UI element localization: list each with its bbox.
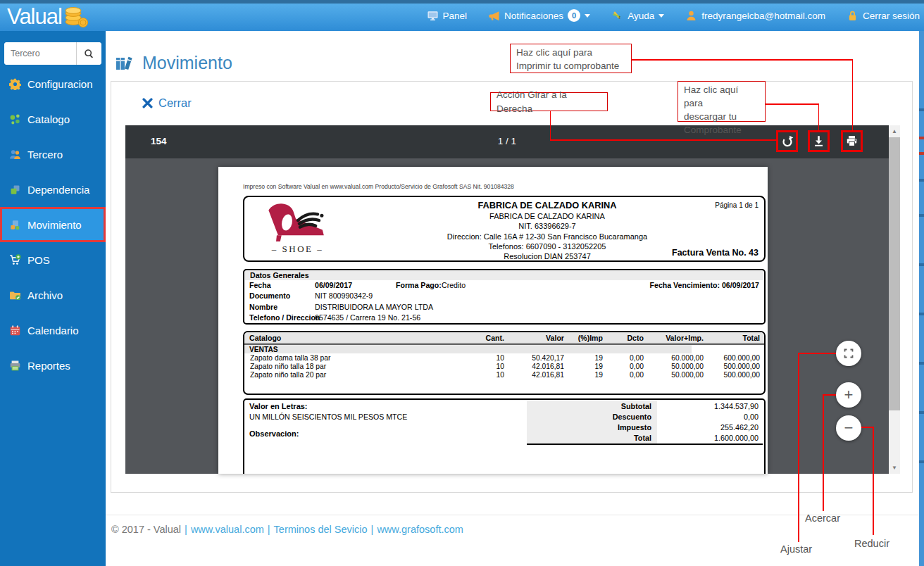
- table-row: Subtotal 1.344.537,90: [527, 401, 763, 411]
- connector-line: [818, 103, 820, 131]
- megaphone-icon: [488, 10, 500, 22]
- sidebar-item-label: Calendario: [27, 325, 79, 337]
- nav-panel[interactable]: Panel: [427, 10, 468, 22]
- print-tooltip-line: Imprimir tu comprobante: [516, 59, 625, 73]
- table-row: Zapato niño talla 20 par 10 42.016,81 19…: [244, 370, 764, 379]
- zoom-in-button[interactable]: +: [836, 382, 861, 408]
- general-row-documento: Documento NIT 800990342-9: [244, 291, 764, 301]
- close-link-label: Cerrar: [158, 96, 192, 110]
- items-header-row: Catalogo Cant. Valor (%)Imp Dcto Valor+I…: [244, 332, 764, 344]
- totals-table: Subtotal 1.344.537,90 Descuento 0,00 Imp…: [527, 401, 763, 445]
- rotate-tooltip: Acción Girar a la Derecha: [490, 92, 608, 111]
- separator: |: [268, 524, 270, 535]
- page-indicator: 1 / 1: [498, 136, 516, 146]
- nombre-value: DISTRIBUIDORA LA MAYOR LTDA: [315, 302, 433, 313]
- general-row-telefono: Telefono / Direccion 6574635 / Carrera 1…: [244, 313, 764, 323]
- search-icon: [84, 49, 94, 59]
- download-icon: [813, 135, 825, 147]
- table-row: Zapato dama talla 38 par 10 50.420,17 19…: [244, 353, 764, 362]
- items-table: Catalogo Cant. Valor (%)Imp Dcto Valor+I…: [244, 332, 764, 379]
- page-scrollbar-strip[interactable]: [919, 31, 924, 566]
- close-link[interactable]: Cerrar: [142, 96, 192, 110]
- zoom-fit-button[interactable]: [836, 341, 861, 366]
- col-valor: Valor: [508, 332, 568, 344]
- cell: 600.000,00: [708, 353, 764, 362]
- connector-line: [798, 353, 836, 354]
- nav-ayuda[interactable]: Ayuda: [611, 10, 664, 22]
- sidebar-item-configuracion[interactable]: Configuracion: [0, 66, 106, 101]
- scroll-mark: [919, 362, 924, 365]
- scroll-mark: [919, 263, 924, 266]
- nav-user-email[interactable]: fredyrangelcba@hotmail.com: [685, 10, 825, 22]
- zoom-out-button[interactable]: −: [836, 415, 861, 441]
- download-button[interactable]: [808, 130, 830, 152]
- cell: 42.016,81: [508, 362, 568, 370]
- minus-icon: −: [844, 420, 854, 436]
- nav-notificaciones-label: Notificaciones: [504, 11, 563, 21]
- total-label: Subtotal: [527, 401, 657, 411]
- documento-value: NIT 800990342-9: [315, 291, 373, 301]
- cell: 0,00: [607, 362, 648, 370]
- nav-logout-label: Cerrar sesión: [863, 11, 920, 21]
- scroll-mark: [919, 179, 924, 182]
- scroll-up-arrow[interactable]: ▲: [889, 126, 900, 137]
- footer-link-valual[interactable]: www.valual.com: [191, 524, 264, 535]
- scrollbar-thumb[interactable]: [889, 137, 900, 410]
- footer-link-grafosoft[interactable]: www.grafosoft.com: [377, 524, 463, 535]
- search-button[interactable]: [76, 42, 101, 65]
- rotate-right-button[interactable]: [776, 130, 798, 152]
- total-value: 0,00: [657, 411, 763, 422]
- pdf-scrollbar: ▲ ▼: [889, 125, 900, 474]
- brand-logo[interactable]: Valual: [7, 4, 89, 30]
- connector-line: [823, 394, 836, 396]
- col-total: Total: [708, 332, 764, 344]
- company-logo: – SHOE –: [249, 199, 346, 260]
- tercero-search: [4, 42, 101, 65]
- cell: 42.016,81: [508, 370, 568, 379]
- invoice-page: Impreso con Software Valual en www.valua…: [218, 167, 768, 474]
- connector-line: [798, 353, 799, 542]
- cell: Zapato niño talla 20 par: [244, 370, 470, 379]
- nav-notificaciones[interactable]: Notificaciones 0: [488, 9, 590, 22]
- sidebar-item-dependencia[interactable]: Dependencia: [0, 172, 106, 207]
- rotate-tooltip-line: Acción Girar a la Derecha: [497, 88, 601, 115]
- fecha-value: 06/09/2017: [315, 280, 352, 291]
- items-group-label: VENTAS: [244, 344, 764, 354]
- zoom-fit-label: Ajustar: [780, 543, 812, 555]
- sidebar-item-catalogo[interactable]: Catalogo: [0, 101, 106, 137]
- fit-page-icon: [843, 348, 854, 359]
- separator: |: [371, 524, 374, 535]
- sidebar-item-tercero[interactable]: Tercero: [0, 137, 106, 172]
- footer-link-terminos[interactable]: Terminos del Sevicio: [274, 524, 368, 535]
- printer-icon: [9, 360, 21, 372]
- sidebar-item-movimiento[interactable]: Movimiento: [0, 207, 106, 242]
- sidebar-item-label: POS: [27, 254, 50, 266]
- connector-line: [550, 139, 777, 141]
- printed-note: Impreso con Software Valual en www.valua…: [243, 183, 514, 190]
- nav-logout[interactable]: Cerrar sesión: [847, 10, 920, 22]
- separator: |: [185, 524, 187, 535]
- chevron-down-icon: [585, 14, 590, 18]
- search-input[interactable]: [4, 42, 76, 65]
- total-label: Impuesto: [527, 422, 657, 432]
- chevron-down-icon: [658, 14, 664, 18]
- print-button[interactable]: [841, 130, 863, 152]
- sidebar-item-archivo[interactable]: Archivo: [0, 277, 106, 313]
- zoom-out-label: Reducir: [854, 538, 889, 549]
- zoom-in-label: Acercar: [805, 512, 840, 524]
- scroll-down-arrow[interactable]: ▼: [889, 463, 900, 473]
- col-catalogo: Catalogo: [244, 332, 470, 344]
- connector-line: [852, 59, 854, 131]
- cell: 19: [568, 362, 607, 370]
- rotate-icon: [781, 135, 794, 148]
- connector-line: [766, 103, 819, 105]
- download-tooltip-line: descargar tu: [684, 110, 759, 123]
- cell: Zapato dama talla 38 par: [244, 353, 470, 362]
- invoice-header-box: – SHOE – FABRICA DE CALZADO KARINA FABRI…: [243, 196, 766, 262]
- cell: 10: [470, 370, 508, 379]
- sidebar-item-calendario[interactable]: Calendario: [0, 313, 106, 348]
- sidebar-item-reportes[interactable]: Reportes: [0, 348, 106, 383]
- books-icon: [116, 55, 135, 72]
- pdf-toolbar: 154 1 / 1: [125, 125, 889, 158]
- sidebar-item-pos[interactable]: POS: [0, 242, 106, 277]
